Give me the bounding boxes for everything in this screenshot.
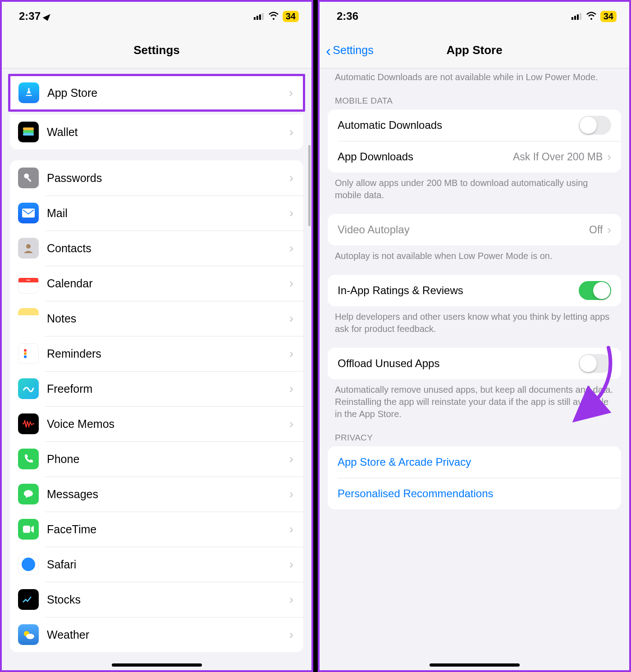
section-privacy: PRIVACY xyxy=(318,420,631,446)
row-label: Reminders xyxy=(47,347,289,360)
contacts-icon xyxy=(18,238,39,259)
signal-icon xyxy=(254,10,265,23)
row-label: App Store xyxy=(47,86,289,100)
row-label: Stocks xyxy=(47,593,289,606)
settings-content[interactable]: App Store › Wallet › Passwords › Mail xyxy=(0,68,313,672)
cell-label: Automatic Downloads xyxy=(338,119,442,132)
svg-rect-0 xyxy=(254,17,256,20)
settings-row-messages[interactable]: Messages › xyxy=(10,477,303,512)
link-label: Personalised Recommendations xyxy=(338,487,494,500)
svg-rect-8 xyxy=(27,177,32,182)
svg-rect-18 xyxy=(572,17,573,20)
toggle-inapp-ratings[interactable] xyxy=(579,281,611,300)
svg-point-17 xyxy=(26,634,34,639)
calendar-icon: •••▪▪▪ xyxy=(18,273,39,294)
settings-row-calendar[interactable]: •••▪▪▪ Calendar › xyxy=(10,266,303,301)
settings-row-freeform[interactable]: Freeform › xyxy=(10,371,303,406)
toggle-offload-unused[interactable] xyxy=(579,354,611,373)
svg-point-12 xyxy=(24,352,27,355)
chevron-right-icon: › xyxy=(289,557,293,572)
row-label: Notes xyxy=(47,312,289,325)
row-label: Contacts xyxy=(47,242,289,255)
status-bar: 2:36 34 xyxy=(318,0,631,32)
cell-label: App Downloads xyxy=(338,150,413,163)
ratings-note: Help developers and other users know wha… xyxy=(318,306,631,335)
home-indicator[interactable] xyxy=(112,663,202,667)
scrollbar[interactable] xyxy=(308,145,311,226)
svg-rect-2 xyxy=(259,14,261,20)
settings-row-facetime[interactable]: FaceTime › xyxy=(10,512,303,547)
back-button[interactable]: ‹ Settings xyxy=(326,43,374,58)
chevron-right-icon: › xyxy=(289,171,293,185)
row-label: FaceTime xyxy=(47,523,289,536)
row-label: Freeform xyxy=(47,382,289,395)
chevron-right-icon: › xyxy=(289,522,293,536)
chevron-right-icon: › xyxy=(607,223,611,237)
svg-point-11 xyxy=(24,349,27,352)
chevron-right-icon: › xyxy=(289,452,293,466)
settings-row-app-store[interactable]: App Store › xyxy=(10,76,303,109)
weather-icon xyxy=(18,624,39,645)
location-icon xyxy=(43,12,52,21)
facetime-icon xyxy=(18,519,39,540)
chevron-right-icon: › xyxy=(289,346,293,361)
messages-icon xyxy=(18,484,39,504)
settings-row-contacts[interactable]: Contacts › xyxy=(10,231,303,266)
status-time: 2:36 xyxy=(337,10,358,23)
chevron-right-icon: › xyxy=(289,125,293,139)
settings-row-reminders[interactable]: Reminders › xyxy=(10,336,303,371)
settings-row-notes[interactable]: Notes › xyxy=(10,301,303,336)
row-label: Wallet xyxy=(47,126,289,139)
chevron-right-icon: › xyxy=(289,241,293,255)
settings-row-wallet[interactable]: Wallet › xyxy=(10,114,303,150)
cell-automatic-downloads[interactable]: Automatic Downloads xyxy=(328,109,621,141)
right-phone-appstore-settings: 2:36 34 ‹ Settings App Store Automatic D… xyxy=(318,0,631,672)
key-icon xyxy=(18,168,39,188)
status-time: 2:37 xyxy=(19,10,41,23)
auto-download-note: Automatic Downloads are not available wh… xyxy=(318,68,631,83)
cell-video-autoplay[interactable]: Video Autoplay Off › xyxy=(328,214,621,245)
appstore-settings-content[interactable]: Automatic Downloads are not available wh… xyxy=(318,68,631,672)
svg-rect-21 xyxy=(580,13,581,20)
row-label: Phone xyxy=(47,453,289,466)
toggle-automatic-downloads[interactable] xyxy=(579,116,611,135)
row-label: Weather xyxy=(47,628,289,641)
chevron-right-icon: › xyxy=(607,150,611,164)
chevron-right-icon: › xyxy=(289,487,293,501)
row-label: Voice Memos xyxy=(47,418,289,431)
nav-header: Settings xyxy=(0,32,313,68)
wifi-icon xyxy=(586,10,597,23)
autoplay-note: Autoplay is not available when Low Power… xyxy=(318,245,631,262)
screenshot-divider xyxy=(313,0,318,672)
offload-note: Automatically remove unused apps, but ke… xyxy=(318,379,631,420)
chevron-right-icon: › xyxy=(289,417,293,431)
cell-offload-unused[interactable]: Offload Unused Apps xyxy=(328,348,621,379)
cell-appstore-privacy[interactable]: App Store & Arcade Privacy xyxy=(328,446,621,478)
svg-rect-1 xyxy=(256,16,258,20)
cell-value: Off xyxy=(589,224,603,236)
settings-row-voice-memos[interactable]: Voice Memos › xyxy=(10,406,303,441)
settings-row-stocks[interactable]: Stocks › xyxy=(10,582,303,617)
chevron-right-icon: › xyxy=(289,311,293,326)
settings-row-safari[interactable]: Safari › xyxy=(10,547,303,582)
row-label: Passwords xyxy=(47,172,289,185)
cell-personalised-recommendations[interactable]: Personalised Recommendations xyxy=(328,478,621,509)
appstore-icon xyxy=(18,82,39,103)
battery-indicator: 34 xyxy=(283,11,299,22)
cell-value: Ask If Over 200 MB xyxy=(513,151,603,163)
cell-app-downloads[interactable]: App Downloads Ask If Over 200 MB › xyxy=(328,141,621,173)
chevron-right-icon: › xyxy=(289,592,293,607)
chevron-left-icon: ‹ xyxy=(326,43,331,58)
settings-row-weather[interactable]: Weather › xyxy=(10,617,303,652)
cell-inapp-ratings[interactable]: In-App Ratings & Reviews xyxy=(328,275,621,306)
chevron-right-icon: › xyxy=(289,627,293,642)
settings-row-passwords[interactable]: Passwords › xyxy=(10,160,303,195)
svg-rect-20 xyxy=(577,14,579,20)
svg-rect-6 xyxy=(23,133,34,136)
safari-icon xyxy=(18,554,39,575)
mobile-data-note: Only allow apps under 200 MB to download… xyxy=(318,173,631,201)
battery-indicator: 34 xyxy=(600,11,617,22)
settings-row-mail[interactable]: Mail › xyxy=(10,195,303,231)
home-indicator[interactable] xyxy=(430,663,520,667)
settings-row-phone[interactable]: Phone › xyxy=(10,441,303,477)
